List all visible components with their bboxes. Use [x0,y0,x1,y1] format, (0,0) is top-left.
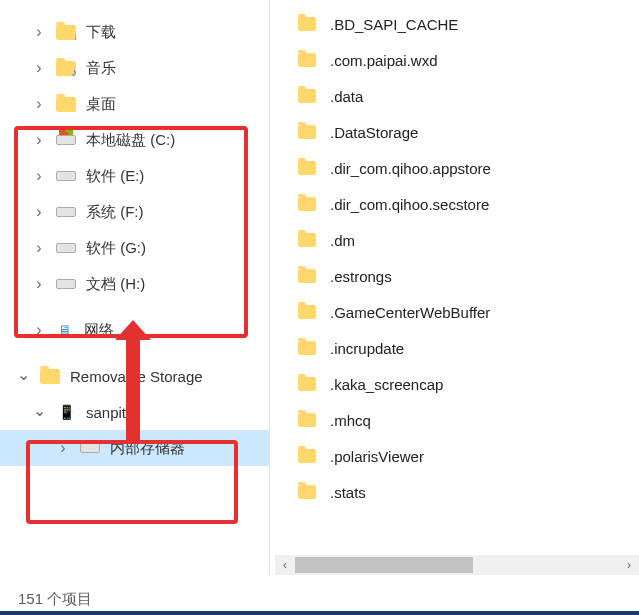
file-row[interactable]: .stats [270,474,639,510]
folder-icon [298,53,316,67]
scroll-right-button[interactable]: › [619,555,639,575]
folder-icon [298,125,316,139]
folder-icon [298,197,316,211]
status-bar-count: 151 个项目 [18,590,92,609]
annotation-arrow-icon [126,338,140,444]
file-name: .mhcq [330,412,371,429]
folder-icon [298,341,316,355]
folder-icon [298,161,316,175]
folder-icon [298,233,316,247]
tree-label: sanpitt [86,404,130,421]
tree-item-desktop[interactable]: 桌面 [0,86,269,122]
folder-icon [298,17,316,31]
tree-label: 内部存储器 [110,439,185,458]
scroll-left-button[interactable]: ‹ [275,555,295,575]
tree-label: 网络 [84,321,114,340]
folder-icon [40,366,60,386]
chevron-right-icon[interactable] [32,203,46,221]
drive-icon [56,238,76,258]
file-name: .dir_com.qihoo.secstore [330,196,489,213]
tree-item-drive-c[interactable]: 本地磁盘 (C:) [0,122,269,158]
chevron-down-icon[interactable] [16,367,30,386]
file-name: .data [330,88,363,105]
tree-item-music[interactable]: 音乐 [0,50,269,86]
tree-item-drive-g[interactable]: 软件 (G:) [0,230,269,266]
file-name: .dir_com.qihoo.appstore [330,160,491,177]
file-name: .dm [330,232,355,249]
desktop-folder-icon [56,94,76,114]
drive-icon [56,202,76,222]
file-name: .stats [330,484,366,501]
file-name: .polarisViewer [330,448,424,465]
tree-label: 软件 (G:) [86,239,146,258]
windows-drive-icon [56,130,76,150]
music-folder-icon [56,58,76,78]
file-name: .incrupdate [330,340,404,357]
file-row[interactable]: .com.paipai.wxd [270,42,639,78]
navigation-tree: 下载 音乐 桌面 本地磁盘 (C:) 软件 (E:) 系统 (F:) [0,0,270,575]
chevron-down-icon[interactable] [32,403,46,422]
file-row[interactable]: .dm [270,222,639,258]
file-row[interactable]: .mhcq [270,402,639,438]
tree-label: 系统 (F:) [86,203,144,222]
downloads-folder-icon [56,22,76,42]
drive-icon [56,274,76,294]
tree-item-drive-f[interactable]: 系统 (F:) [0,194,269,230]
folder-icon [298,449,316,463]
network-icon [56,322,74,338]
file-row[interactable]: .dir_com.qihoo.secstore [270,186,639,222]
folder-icon [298,269,316,283]
file-row[interactable]: .estrongs [270,258,639,294]
file-name: .BD_SAPI_CACHE [330,16,458,33]
file-name: .GameCenterWebBuffer [330,304,490,321]
tree-item-drive-e[interactable]: 软件 (E:) [0,158,269,194]
tree-label: 文档 (H:) [86,275,145,294]
file-row[interactable]: .incrupdate [270,330,639,366]
file-row[interactable]: .polarisViewer [270,438,639,474]
tree-item-drive-h[interactable]: 文档 (H:) [0,266,269,302]
window-border [0,611,639,615]
chevron-right-icon[interactable] [32,23,46,41]
tree-label: 下载 [86,23,116,42]
file-row[interactable]: .dir_com.qihoo.appstore [270,150,639,186]
file-name: .kaka_screencap [330,376,443,393]
scroll-track[interactable] [295,555,619,575]
file-row[interactable]: .GameCenterWebBuffer [270,294,639,330]
horizontal-scrollbar[interactable]: ‹ › [275,555,639,575]
drive-icon [80,438,100,458]
file-list: .BD_SAPI_CACHE.com.paipai.wxd.data.DataS… [270,0,639,575]
chevron-right-icon[interactable] [32,167,46,185]
file-name: .DataStorage [330,124,418,141]
file-name: .com.paipai.wxd [330,52,438,69]
file-row[interactable]: .DataStorage [270,114,639,150]
folder-icon [298,377,316,391]
chevron-right-icon[interactable] [32,95,46,113]
chevron-right-icon[interactable] [32,59,46,77]
chevron-right-icon[interactable] [56,439,70,457]
folder-icon [298,89,316,103]
device-icon [56,402,76,422]
scroll-thumb[interactable] [295,557,473,573]
chevron-right-icon[interactable] [32,131,46,149]
chevron-right-icon[interactable] [32,239,46,257]
file-name: .estrongs [330,268,392,285]
tree-item-downloads[interactable]: 下载 [0,14,269,50]
tree-label: 音乐 [86,59,116,78]
folder-icon [298,413,316,427]
file-row[interactable]: .BD_SAPI_CACHE [270,6,639,42]
drive-icon [56,166,76,186]
tree-label: 本地磁盘 (C:) [86,131,175,150]
tree-label: 软件 (E:) [86,167,144,186]
chevron-right-icon[interactable] [32,321,46,339]
tree-label: 桌面 [86,95,116,114]
file-row[interactable]: .kaka_screencap [270,366,639,402]
folder-icon [298,305,316,319]
file-row[interactable]: .data [270,78,639,114]
folder-icon [298,485,316,499]
chevron-right-icon[interactable] [32,275,46,293]
